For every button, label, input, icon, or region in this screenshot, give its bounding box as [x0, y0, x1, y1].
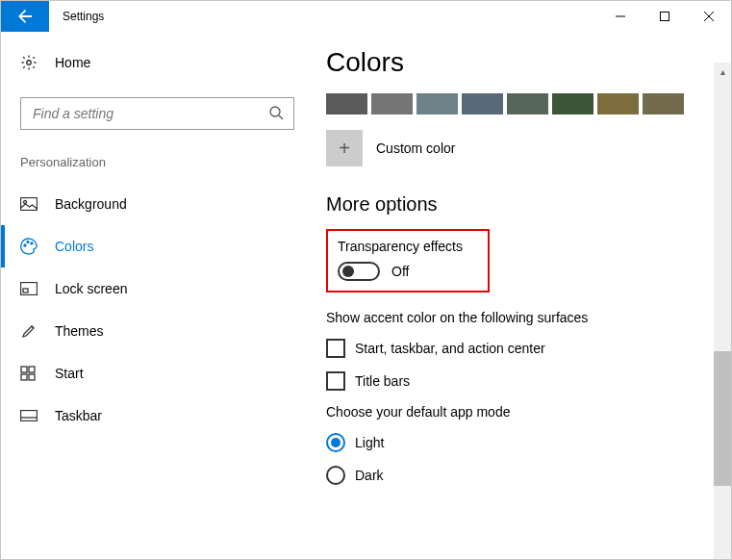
radio-light[interactable]: Light — [326, 433, 702, 452]
sidebar-item-lock-screen[interactable]: Lock screen — [1, 267, 280, 310]
minimize-button[interactable] — [598, 1, 643, 32]
gear-icon — [20, 54, 43, 71]
vertical-scrollbar[interactable]: ▴ ▾ — [714, 63, 731, 560]
category-heading: Personalization — [20, 155, 280, 169]
sidebar-item-label: Start — [55, 366, 84, 381]
color-swatch[interactable] — [371, 93, 413, 115]
custom-color-label: Custom color — [376, 140, 455, 156]
palette-icon — [20, 238, 43, 255]
svg-rect-0 — [661, 13, 669, 21]
scroll-up-icon[interactable]: ▴ — [714, 63, 731, 80]
home-nav[interactable]: Home — [20, 43, 280, 82]
maximize-button[interactable] — [643, 1, 687, 32]
color-swatch[interactable] — [507, 93, 548, 115]
color-swatch-row — [326, 93, 702, 115]
home-label: Home — [55, 55, 90, 70]
lockscreen-icon — [20, 282, 43, 295]
color-swatch[interactable] — [597, 93, 639, 115]
sidebar-item-taskbar[interactable]: Taskbar — [1, 395, 280, 437]
sidebar-item-label: Themes — [55, 323, 104, 339]
svg-rect-3 — [21, 198, 38, 211]
highlight-transparency: Transparency effects Off — [326, 229, 490, 293]
svg-rect-12 — [21, 374, 27, 380]
sidebar-item-start[interactable]: Start — [1, 352, 280, 395]
close-button[interactable] — [687, 1, 731, 32]
custom-color-row[interactable]: + Custom color — [326, 130, 702, 166]
svg-rect-11 — [29, 367, 35, 372]
sidebar-item-label: Lock screen — [55, 281, 127, 296]
svg-rect-9 — [23, 289, 28, 293]
app-mode-label: Choose your default app mode — [326, 404, 702, 420]
back-button[interactable] — [1, 1, 49, 32]
svg-rect-13 — [29, 374, 35, 380]
accent-surfaces-label: Show accent color on the following surfa… — [326, 310, 702, 325]
window-controls — [598, 1, 731, 32]
taskbar-icon — [20, 410, 43, 421]
checkbox-label: Title bars — [355, 373, 410, 389]
sidebar-item-background[interactable]: Background — [1, 183, 280, 225]
checkbox-icon — [326, 371, 345, 391]
sidebar-item-colors[interactable]: Colors — [1, 225, 280, 267]
transparency-label: Transparency effects — [338, 239, 463, 254]
color-swatch[interactable] — [326, 93, 367, 115]
svg-rect-10 — [21, 367, 27, 372]
arrow-left-icon — [17, 9, 33, 24]
search-input[interactable] — [31, 105, 268, 122]
transparency-toggle[interactable] — [338, 262, 380, 281]
radio-label: Light — [355, 435, 384, 450]
scroll-thumb[interactable] — [714, 351, 731, 486]
window-title: Settings — [63, 10, 598, 23]
checkbox-start-taskbar[interactable]: Start, taskbar, and action center — [326, 339, 702, 358]
sidebar-item-label: Background — [55, 196, 127, 212]
svg-point-1 — [27, 61, 32, 65]
radio-label: Dark — [355, 468, 384, 483]
svg-point-5 — [24, 244, 26, 246]
plus-icon: + — [326, 130, 363, 166]
radio-icon — [326, 466, 345, 485]
transparency-state: Off — [391, 264, 409, 279]
page-title: Colors — [326, 47, 702, 78]
color-swatch[interactable] — [552, 93, 593, 115]
main-content: Colors + Custom color More options Trans… — [299, 32, 731, 560]
svg-point-6 — [27, 242, 29, 243]
sidebar-item-label: Taskbar — [55, 408, 102, 423]
checkbox-titlebars[interactable]: Title bars — [326, 371, 702, 391]
color-swatch[interactable] — [643, 93, 684, 115]
svg-rect-14 — [21, 411, 38, 421]
search-box[interactable] — [20, 97, 294, 130]
svg-point-4 — [24, 201, 27, 204]
titlebar: Settings — [1, 1, 731, 32]
search-icon — [268, 105, 284, 123]
checkbox-label: Start, taskbar, and action center — [355, 341, 545, 356]
more-options-heading: More options — [326, 193, 702, 216]
radio-icon — [326, 433, 345, 452]
picture-icon — [20, 197, 43, 211]
color-swatch[interactable] — [462, 93, 503, 115]
sidebar-item-label: Colors — [55, 239, 93, 254]
radio-dark[interactable]: Dark — [326, 466, 702, 485]
sidebar-item-themes[interactable]: Themes — [1, 310, 280, 352]
brush-icon — [20, 322, 43, 340]
svg-point-2 — [270, 107, 280, 116]
toggle-knob — [342, 266, 354, 277]
checkbox-icon — [326, 339, 345, 358]
sidebar: Home Personalization Background Colors L… — [1, 32, 299, 560]
start-icon — [20, 366, 43, 381]
color-swatch[interactable] — [416, 93, 458, 115]
svg-point-7 — [31, 242, 33, 244]
